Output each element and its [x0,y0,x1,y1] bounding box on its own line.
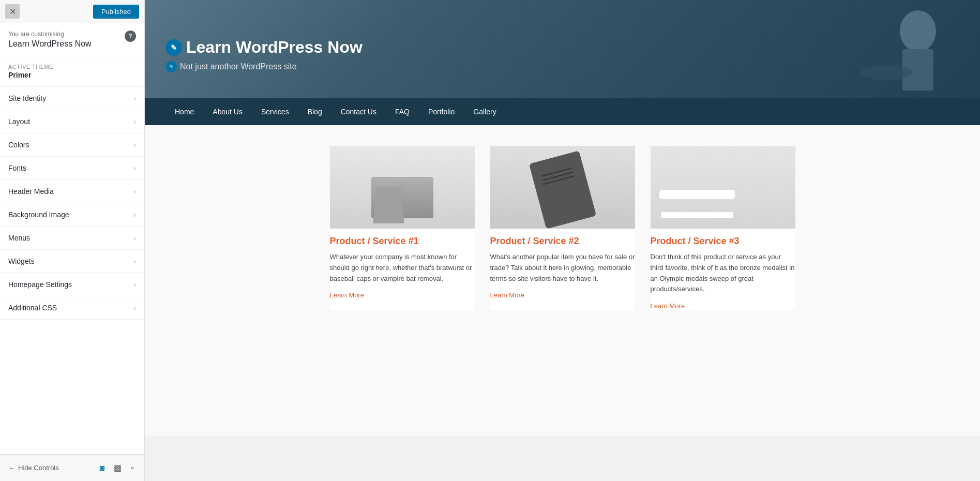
chevron-right-icon: › [133,280,136,289]
product-desc-product-2: What's another popular item you have for… [490,252,635,284]
site-logo-icon: ✎ [165,39,182,56]
products-grid: Product / Service #1Whatever your compan… [330,146,795,310]
menu-item-site-identity[interactable]: Site Identity› [0,87,144,110]
hero-person-decoration [835,0,949,98]
chevron-right-icon: › [133,234,136,242]
panel-top-bar: ✕ Published [0,0,144,23]
menu-item-label-homepage-settings: Homepage Settings [8,280,72,289]
nav-item-home: Home [165,99,203,124]
help-icon[interactable]: ? [125,31,136,42]
menu-items-list: Site Identity›Layout›Colors›Fonts›Header… [0,87,144,454]
menu-item-header-media[interactable]: Header Media› [0,180,144,203]
chevron-right-icon: › [133,187,136,196]
desktop-device-icon[interactable]: ◙ [98,461,107,475]
product-title-product-3: Product / Service #3 [651,236,795,247]
panel-site-info: You are customising Learn WordPress Now … [0,23,144,56]
product-card-product-1: Product / Service #1Whatever your compan… [330,146,475,310]
main-content: Product / Service #1Whatever your compan… [145,125,980,435]
svg-point-2 [861,65,913,80]
menu-item-homepage-settings[interactable]: Homepage Settings› [0,273,144,296]
learn-more-link-product-3[interactable]: Learn More [651,302,685,310]
customising-label: You are customising [8,31,92,38]
product-card-product-2: Product / Service #2What's another popul… [490,146,635,310]
product-image-product-2 [490,146,635,229]
nav-link-about-us[interactable]: About Us [203,99,252,124]
nav-link-home[interactable]: Home [165,99,203,124]
nav-item-blog: Blog [298,99,331,124]
nav-link-blog[interactable]: Blog [298,99,331,124]
active-theme-section: Active theme Primer [0,56,144,87]
chevron-right-icon: › [133,141,136,149]
menu-item-additional-css[interactable]: Additional CSS› [0,296,144,320]
chevron-right-icon: › [133,257,136,265]
close-button[interactable]: ✕ [5,4,20,19]
chevron-right-icon: › [133,94,136,102]
hero-title-text: Learn WordPress Now [186,38,363,57]
nav-link-contact-us[interactable]: Contact Us [331,99,386,124]
published-button[interactable]: Published [93,5,139,19]
menu-item-background-image[interactable]: Background Image› [0,203,144,227]
hero-subtitle: ✎ Not just another WordPress site [165,61,363,72]
product-title-product-1: Product / Service #1 [330,236,475,247]
hero-section: ✎ Learn WordPress Now ✎ Not just another… [145,0,980,98]
chevron-right-icon: › [133,117,136,126]
nav-link-gallery[interactable]: Gallery [464,99,505,124]
nav-links-list: HomeAbout UsServicesBlogContact UsFAQPor… [165,99,506,124]
subtitle-icon: ✎ [165,61,177,72]
hide-controls-button[interactable]: ← Hide Controls [8,464,59,472]
menu-item-label-menus: Menus [8,234,30,242]
nav-item-faq: FAQ [386,99,419,124]
learn-more-link-product-1[interactable]: Learn More [330,291,364,299]
menu-item-label-fonts: Fonts [8,164,26,172]
chevron-left-icon: ← [8,464,15,472]
hero-title: ✎ Learn WordPress Now [165,38,363,57]
active-theme-name: Primer [8,71,136,79]
menu-item-label-header-media: Header Media [8,187,54,196]
menu-item-fonts[interactable]: Fonts› [0,157,144,180]
tablet-device-icon[interactable]: ▩ [112,461,124,475]
nav-item-portfolio: Portfolio [419,99,464,124]
product-title-product-2: Product / Service #2 [490,236,635,247]
site-title-label: Learn WordPress Now [8,39,92,49]
chevron-right-icon: › [133,211,136,219]
device-icons: ◙ ▩ ▫ [98,461,136,475]
nav-item-gallery: Gallery [464,99,505,124]
hero-subtitle-text: Not just another WordPress site [180,62,297,71]
product-desc-product-1: Whatever your company is most known for … [330,252,475,284]
product-image-product-3 [651,146,795,229]
nav-link-services[interactable]: Services [252,99,298,124]
menu-item-label-layout: Layout [8,117,30,126]
menu-item-label-colors: Colors [8,141,29,149]
menu-item-label-background-image: Background Image [8,211,69,219]
active-theme-label: Active theme [8,64,136,70]
menu-item-menus[interactable]: Menus› [0,227,144,250]
product-image-product-1 [330,146,475,229]
product-desc-product-3: Don't think of this product or service a… [651,252,795,295]
chevron-right-icon: › [133,304,136,312]
site-preview: ✎ Learn WordPress Now ✎ Not just another… [145,0,980,481]
svg-point-0 [900,10,936,52]
hero-content: ✎ Learn WordPress Now ✎ Not just another… [145,22,383,88]
menu-item-colors[interactable]: Colors› [0,133,144,157]
hide-controls-label: Hide Controls [18,464,59,472]
menu-item-label-additional-css: Additional CSS [8,304,57,312]
nav-link-portfolio[interactable]: Portfolio [419,99,464,124]
panel-footer: ← Hide Controls ◙ ▩ ▫ [0,454,144,481]
menu-item-label-widgets: Widgets [8,257,35,265]
learn-more-link-product-2[interactable]: Learn More [490,291,524,299]
nav-link-faq[interactable]: FAQ [386,99,419,124]
site-navigation: HomeAbout UsServicesBlogContact UsFAQPor… [145,98,980,125]
menu-item-label-site-identity: Site Identity [8,94,46,102]
mobile-device-icon[interactable]: ▫ [129,461,136,475]
menu-item-widgets[interactable]: Widgets› [0,250,144,273]
product-card-product-3: Product / Service #3Don't think of this … [651,146,795,310]
nav-item-contact-us: Contact Us [331,99,386,124]
chevron-right-icon: › [133,164,136,172]
nav-item-about-us: About Us [203,99,252,124]
nav-item-services: Services [252,99,298,124]
menu-item-layout[interactable]: Layout› [0,110,144,133]
customizer-panel: ✕ Published You are customising Learn Wo… [0,0,145,481]
